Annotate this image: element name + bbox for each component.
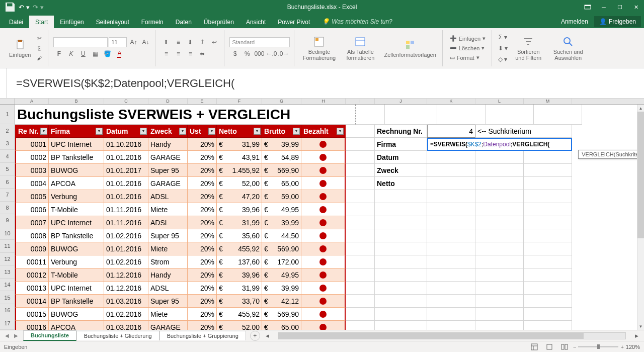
table-cell[interactable]: €42,12 [262,295,301,308]
table-cell[interactable]: 01.01.2016 [104,190,148,203]
redo-icon[interactable]: ↷ ▾ [32,1,44,13]
table-cell[interactable]: 01.02.2016 [104,229,148,242]
orientation-icon[interactable]: ⤴ [197,37,208,47]
col-B[interactable]: B [49,99,104,104]
filter-arrow-icon[interactable]: ▼ [337,128,344,135]
row-17[interactable]: 17 [0,317,15,330]
cell[interactable] [427,229,475,242]
scroll-down-icon[interactable]: ▼ [637,323,644,330]
row-13[interactable]: 13 [0,265,15,279]
cell[interactable] [475,164,524,177]
cell[interactable] [475,216,524,229]
hscroll-right-icon[interactable]: ▶ [633,332,640,339]
paste-button[interactable]: Einfügen [7,38,33,59]
copy-icon[interactable]: ⎘ [35,44,44,52]
cell[interactable] [427,177,475,190]
table-cell[interactable]: €569,90 [262,308,301,321]
table-cell[interactable]: €44,50 [262,229,301,242]
table-cell[interactable]: ADSL [148,216,188,229]
filter-arrow-icon[interactable]: ▼ [179,128,186,135]
table-cell[interactable]: 00013 [15,282,49,295]
row-2[interactable]: 2 [0,124,15,137]
cell[interactable] [475,282,524,295]
tab-daten[interactable]: Daten [170,16,198,28]
table-cell[interactable]: 20% [188,138,217,151]
align-middle-icon[interactable]: ≡ [173,37,184,47]
table-cell[interactable]: 20% [188,255,217,268]
table-cell[interactable]: 01.10.2016 [104,138,148,151]
table-cell[interactable]: 20% [188,216,217,229]
cell[interactable] [375,255,427,268]
cell[interactable] [427,321,475,330]
zoom-level[interactable]: 120% [626,344,640,350]
cell[interactable] [427,242,475,255]
table-cell[interactable]: 20% [188,268,217,282]
col-F[interactable]: F [217,99,262,104]
tab-ansicht[interactable]: Ansicht [240,16,272,28]
table-cell[interactable]: €569,90 [262,164,301,177]
cell[interactable] [427,268,475,282]
cell[interactable] [524,203,572,216]
table-header[interactable]: Bezahlt▼ [301,125,346,138]
share-button[interactable]: 👤Freigeben [594,16,641,27]
col-C[interactable]: C [104,99,148,104]
cell[interactable] [524,242,572,255]
table-cell[interactable]: 00011 [15,255,49,268]
row-4[interactable]: 4 [0,150,15,163]
lookup-label[interactable]: Firma [375,138,427,151]
table-cell[interactable]: €455,92 [217,242,262,255]
tab-nav-next-icon[interactable]: ▶ [12,333,20,338]
add-sheet-button[interactable]: + [250,331,260,341]
align-top-icon[interactable]: ⬆ [160,37,172,47]
cell[interactable] [524,151,572,164]
align-right-icon[interactable]: ≡ [185,49,196,59]
grid-body[interactable]: Buchungsliste SVERWEIS + VERGLEICHRe Nr.… [15,105,644,330]
cell[interactable] [475,255,524,268]
font-name-combo[interactable] [53,37,108,47]
lookup-label[interactable]: Netto [375,177,427,190]
row-15[interactable]: 15 [0,291,15,304]
table-header[interactable]: Brutto▼ [262,125,301,138]
table-cell[interactable]: €569,90 [262,242,301,255]
table-cell[interactable]: €31,99 [217,138,262,151]
cell[interactable] [346,321,375,330]
col-L[interactable]: L [475,99,524,104]
select-all-corner[interactable] [0,99,15,104]
table-cell[interactable]: Miete [148,242,188,255]
cell[interactable] [524,295,572,308]
table-cell[interactable]: ADSL [148,282,188,295]
minimize-icon[interactable]: ─ [596,0,612,14]
cell[interactable] [375,321,427,330]
table-cell[interactable]: €65,00 [262,177,301,190]
row-8[interactable]: 8 [0,202,15,215]
underline-icon[interactable]: U [77,49,89,59]
cell[interactable] [427,282,475,295]
table-cell[interactable]: 01.12.2016 [104,268,148,282]
cell[interactable] [475,308,524,321]
font-size-combo[interactable]: 11 [109,37,127,47]
table-cell[interactable]: 20% [188,229,217,242]
row-3[interactable]: 3 [0,137,15,150]
formula-bar[interactable]: =SVERWEIS($K$2;Datenpool;VERGLEICH( [7,77,644,90]
cell[interactable] [375,308,427,321]
page-layout-view-icon[interactable] [543,342,556,351]
row-14[interactable]: 14 [0,279,15,292]
tab-datei[interactable]: Datei [3,16,29,28]
ribbon-options-icon[interactable] [580,0,596,14]
col-M[interactable]: M [524,99,572,104]
table-cell[interactable]: BUWOG [49,164,104,177]
cell[interactable] [524,177,572,190]
table-cell[interactable]: 01.01.2016 [104,177,148,190]
insert-cells-button[interactable]: ➕Einfügen ▾ [448,34,488,43]
row-7[interactable]: 7 [0,189,15,202]
border-icon[interactable]: ▦ [90,49,101,59]
italic-icon[interactable]: K [65,49,76,59]
table-cell[interactable]: 01.02.2016 [104,255,148,268]
cell[interactable] [475,242,524,255]
col-I[interactable]: I [346,99,375,104]
filter-arrow-icon[interactable]: ▼ [96,128,103,135]
cell[interactable] [524,282,572,295]
table-cell[interactable]: 01.01.2016 [104,151,148,164]
table-cell[interactable]: 0001 [15,138,49,151]
cell[interactable] [346,255,375,268]
